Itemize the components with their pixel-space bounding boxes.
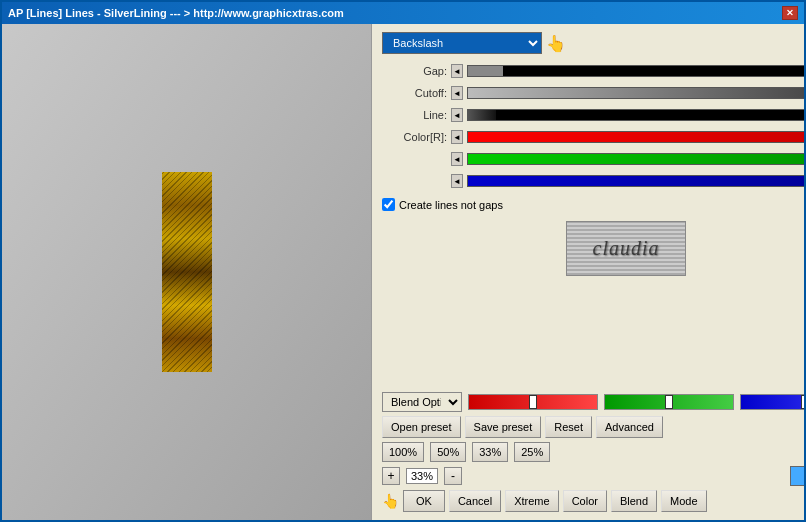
color-preview-box: [790, 466, 804, 486]
ok-hand-icon: 👆: [382, 493, 399, 509]
main-content: Backslash Forward slash Horizontal Verti…: [2, 24, 804, 520]
gap-track[interactable]: [467, 64, 804, 78]
right-panel: Backslash Forward slash Horizontal Verti…: [372, 24, 804, 520]
bottom-buttons: 👆 OK Cancel Xtreme Color Blend Mode: [382, 490, 804, 512]
zoom-33-button[interactable]: 33%: [472, 442, 508, 462]
colorG-slider-row: ◄ ► 0: [382, 150, 804, 168]
xtreme-button[interactable]: Xtreme: [505, 490, 558, 512]
preview-text: claudia: [567, 222, 685, 275]
mode-button[interactable]: Mode: [661, 490, 707, 512]
colorR-slider-row: Color[R]: ◄ ► 0: [382, 128, 804, 146]
colorB-track[interactable]: [467, 174, 804, 188]
ok-button[interactable]: OK: [403, 490, 445, 512]
claudia-preview: claudia: [566, 221, 686, 276]
line-label: Line:: [382, 109, 447, 121]
colorR-left-arrow[interactable]: ◄: [451, 130, 463, 144]
zoom-plus-button[interactable]: +: [382, 467, 400, 485]
blend-options-row: Blend Opti Normal Multiply: [382, 392, 804, 412]
colorG-track[interactable]: [467, 152, 804, 166]
create-lines-label: Create lines not gaps: [399, 199, 503, 211]
zoom-25-button[interactable]: 25%: [514, 442, 550, 462]
colorR-label: Color[R]:: [382, 131, 447, 143]
dropdown-row: Backslash Forward slash Horizontal Verti…: [382, 32, 804, 54]
colorR-track[interactable]: [467, 130, 804, 144]
reset-button[interactable]: Reset: [545, 416, 592, 438]
hand-pointer-icon: 👆: [546, 34, 566, 53]
zoom-percent-row: 100% 50% 33% 25%: [382, 442, 804, 462]
zoom-100-button[interactable]: 100%: [382, 442, 424, 462]
preview-image: [162, 172, 212, 372]
line-track[interactable]: [467, 108, 804, 122]
gap-slider-row: Gap: ◄ ► 10: [382, 62, 804, 80]
checkbox-row: Create lines not gaps: [382, 198, 804, 211]
main-window: AP [Lines] Lines - SilverLining --- > ht…: [0, 0, 806, 522]
colorB-slider-row: ◄ ► 0: [382, 172, 804, 190]
close-button[interactable]: ✕: [782, 6, 798, 20]
blend-dropdown[interactable]: Blend Opti Normal Multiply: [382, 392, 462, 412]
save-preset-button[interactable]: Save preset: [465, 416, 542, 438]
cutoff-label: Cutoff:: [382, 87, 447, 99]
cutoff-slider-row: Cutoff: ◄ ► -1: [382, 84, 804, 102]
title-text: AP [Lines] Lines - SilverLining --- > ht…: [8, 7, 344, 19]
colorB-left-arrow[interactable]: ◄: [451, 174, 463, 188]
bottom-section: Blend Opti Normal Multiply: [382, 392, 804, 512]
cancel-button[interactable]: Cancel: [449, 490, 501, 512]
left-panel: [2, 24, 372, 520]
blue-blend-slider[interactable]: [740, 394, 804, 410]
blend-button[interactable]: Blend: [611, 490, 657, 512]
color-button[interactable]: Color: [563, 490, 607, 512]
preset-buttons-row: Open preset Save preset Reset Advanced: [382, 416, 804, 438]
line-slider-row: Line: ◄ ► 10: [382, 106, 804, 124]
preset-dropdown[interactable]: Backslash Forward slash Horizontal Verti…: [382, 32, 542, 54]
advanced-button[interactable]: Advanced: [596, 416, 663, 438]
title-bar: AP [Lines] Lines - SilverLining --- > ht…: [2, 2, 804, 24]
create-lines-checkbox[interactable]: [382, 198, 395, 211]
red-blend-slider[interactable]: [468, 394, 598, 410]
gap-label: Gap:: [382, 65, 447, 77]
cutoff-track[interactable]: [467, 86, 804, 100]
open-preset-button[interactable]: Open preset: [382, 416, 461, 438]
zoom-minus-button[interactable]: -: [444, 467, 462, 485]
zoom-display: 33%: [406, 468, 438, 484]
gap-left-arrow[interactable]: ◄: [451, 64, 463, 78]
green-blend-slider[interactable]: [604, 394, 734, 410]
cutoff-left-arrow[interactable]: ◄: [451, 86, 463, 100]
line-left-arrow[interactable]: ◄: [451, 108, 463, 122]
colorG-left-arrow[interactable]: ◄: [451, 152, 463, 166]
zoom-50-button[interactable]: 50%: [430, 442, 466, 462]
